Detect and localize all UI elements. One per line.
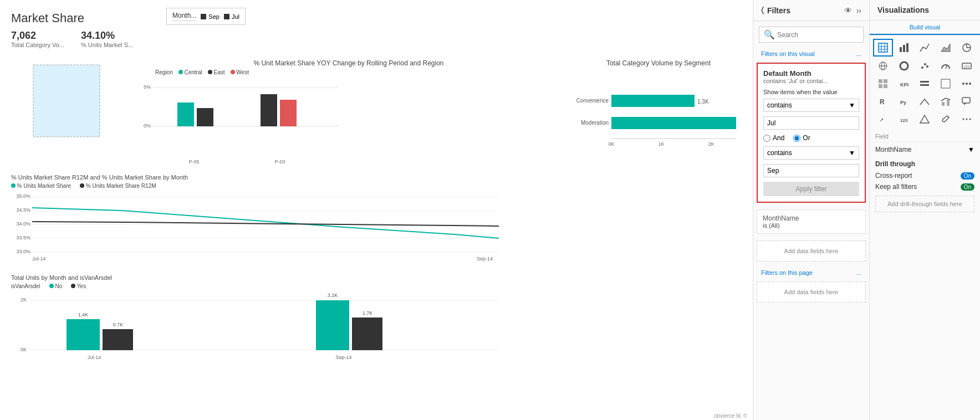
svg-rect-7 — [197, 108, 213, 126]
filter-search-box[interactable]: 🔍 — [759, 27, 864, 43]
filters-on-page-more[interactable]: ... — [856, 269, 861, 276]
copyright: obvierce llc © — [714, 413, 747, 419]
build-visual-tab[interactable]: Build visual — [870, 21, 980, 35]
waterfall-chart — [11, 59, 122, 148]
svg-text:0K: 0K — [608, 141, 614, 147]
svg-rect-75 — [920, 84, 929, 86]
filter-value-input-1[interactable] — [763, 116, 859, 130]
or-radio[interactable] — [793, 135, 800, 142]
viz-icon-paint[interactable] — [936, 111, 956, 127]
svg-rect-48 — [879, 43, 887, 52]
svg-text:Sep-14: Sep-14 — [477, 256, 493, 262]
svg-text:5%: 5% — [144, 84, 151, 90]
viz-icon-pie[interactable] — [957, 39, 977, 57]
no-label: No — [55, 283, 62, 289]
and-radio-label[interactable]: And — [763, 134, 784, 142]
contains-dropdown-2[interactable]: contains ▼ — [763, 146, 859, 160]
add-drill-fields[interactable]: Add drill-through fields here — [875, 196, 974, 212]
contains-dropdown-1[interactable]: contains ▼ — [763, 99, 859, 112]
svg-text:↗: ↗ — [879, 117, 884, 123]
viz-icon-sparkline[interactable]: ↗ — [873, 111, 893, 127]
svg-text:123: 123 — [900, 118, 908, 123]
show-items-label: Show items when the value — [763, 89, 859, 95]
west-label: West — [236, 69, 249, 75]
month-name-filter[interactable]: MonthName is (All) — [757, 209, 866, 234]
svg-text:35.0%: 35.0% — [16, 193, 30, 199]
keep-all-filters-toggle[interactable]: On — [961, 183, 974, 191]
add-data-fields-1[interactable]: Add data fields here — [757, 240, 866, 262]
viz-icon-gauge[interactable] — [936, 58, 956, 74]
kpi1-label: Total Category Vo... — [11, 42, 64, 48]
viz-icon-map[interactable] — [873, 58, 893, 74]
svg-rect-6 — [177, 103, 194, 126]
svg-rect-42 — [316, 300, 349, 350]
svg-text:33.0%: 33.0% — [16, 249, 30, 254]
cross-report-toggle[interactable]: On — [961, 172, 974, 180]
search-input[interactable] — [777, 31, 859, 39]
svg-text:R: R — [880, 98, 885, 106]
svg-rect-71 — [879, 84, 882, 88]
svg-rect-55 — [906, 43, 908, 52]
viz-icon-line2[interactable] — [915, 93, 935, 110]
svg-text:Moderation: Moderation — [581, 120, 609, 126]
viz-icon-shape[interactable] — [915, 111, 935, 127]
viz-icon-table[interactable] — [873, 39, 893, 57]
or-label: Or — [803, 134, 810, 142]
viz-icon-area[interactable] — [936, 39, 956, 57]
filter-card-subtitle: contains 'Jul' or contai... — [763, 78, 859, 84]
apply-filter-button[interactable]: Apply filter — [763, 182, 859, 196]
viz-icon-tooltip[interactable] — [957, 93, 977, 110]
contains-value-1: contains — [767, 101, 792, 109]
viz-icon-donut[interactable] — [894, 58, 914, 74]
svg-rect-13 — [611, 95, 695, 107]
svg-rect-39 — [103, 329, 133, 350]
svg-rect-69 — [879, 79, 882, 83]
viz-icon-more[interactable] — [957, 75, 977, 92]
svg-rect-72 — [884, 84, 887, 88]
viz-icon-ellipsis[interactable] — [957, 111, 977, 127]
svg-point-64 — [924, 63, 926, 65]
east-label: East — [214, 69, 225, 75]
yoy-chart-title: % Unit Market Share YOY Change by Rollin… — [133, 59, 564, 67]
viz-icon-combo[interactable] — [936, 93, 956, 110]
legend2: % Units Market Share R12M — [86, 183, 156, 189]
viz-icon-line[interactable] — [915, 39, 935, 57]
viz-icon-matrix[interactable] — [873, 75, 893, 92]
kpi1-value: 7,062 — [11, 30, 64, 42]
svg-rect-8 — [261, 94, 277, 126]
viz-icon-bar[interactable] — [894, 39, 914, 57]
search-icon: 🔍 — [764, 29, 775, 40]
svg-text:P-03: P-03 — [274, 159, 285, 165]
viz-icon-scatter[interactable] — [915, 58, 935, 74]
filters-on-page-label: Filters on this page — [761, 269, 813, 276]
svg-rect-53 — [900, 47, 902, 52]
viz-icon-table2[interactable] — [936, 75, 956, 92]
jul-label: Jul — [232, 13, 239, 20]
region-label: Region — [155, 69, 173, 75]
or-radio-label[interactable]: Or — [793, 134, 810, 142]
viz-icon-slicer[interactable] — [915, 75, 935, 92]
field-item[interactable]: MonthName ▼ — [870, 142, 980, 157]
svg-point-78 — [966, 83, 968, 85]
and-label: And — [773, 134, 784, 142]
filters-on-visual-label: Filters on this visual — [761, 50, 815, 57]
filters-on-visual-more[interactable]: ... — [856, 50, 861, 57]
svg-text:Py: Py — [900, 100, 906, 105]
svg-text:123: 123 — [964, 65, 970, 68]
and-radio[interactable] — [763, 135, 770, 142]
filter-eye-icon[interactable]: 👁 — [844, 6, 852, 15]
viz-icon-py[interactable]: Py — [894, 93, 914, 110]
svg-text:1K: 1K — [658, 141, 664, 147]
svg-text:1.3K: 1.3K — [697, 99, 709, 105]
viz-icon-r[interactable]: R — [873, 93, 893, 110]
filter-expand-icon[interactable]: ›› — [856, 6, 861, 15]
viz-icon-card[interactable]: 123 — [957, 58, 977, 74]
filter-value-input-2[interactable] — [763, 164, 859, 177]
svg-rect-38 — [67, 319, 100, 350]
viz-icon-kpi[interactable]: KPI — [894, 75, 914, 92]
viz-icon-number[interactable]: 123 — [894, 111, 914, 127]
add-data-fields-2[interactable]: Add data fields here — [757, 281, 866, 303]
svg-rect-43 — [352, 317, 382, 350]
line-chart: 35.0% 34.5% 34.0% 33.5% 33.0% Jul-14 Sep… — [11, 191, 510, 263]
month-filter-title[interactable]: Month... — [172, 12, 196, 21]
